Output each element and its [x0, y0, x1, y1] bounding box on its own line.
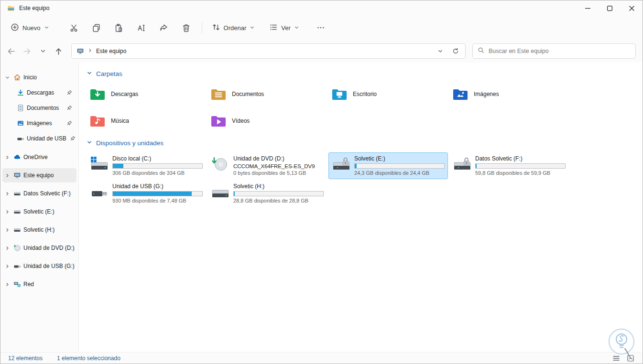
drive-tile-c[interactable]: Disco local (C:) 306 GB disponibles de 3…: [87, 152, 206, 179]
drive-name: Solvetic (E:): [354, 155, 445, 162]
hard-drive-icon: [13, 190, 21, 197]
sidebar-item-documentos[interactable]: Documentos: [2, 101, 76, 115]
window-title: Este equipo: [19, 5, 49, 11]
network-icon: [13, 280, 21, 288]
address-dropdown-chevron[interactable]: [434, 44, 447, 58]
chevron-down-icon[interactable]: [87, 139, 92, 147]
sidebar-item-red[interactable]: Red: [2, 277, 76, 291]
drive-usage-bar: [475, 163, 566, 169]
chevron-down-icon[interactable]: [87, 70, 92, 77]
folder-tile-descargas[interactable]: Descargas: [87, 83, 201, 105]
copy-button[interactable]: [87, 19, 106, 36]
folder-tile-musica[interactable]: Música: [87, 110, 201, 132]
pin-icon: [65, 105, 73, 112]
search-box[interactable]: [472, 43, 636, 59]
titlebar: Este equipo: [0, 0, 643, 16]
drive-tile-d[interactable]: Unidad de DVD (D:) CCCOMA_X64FRE_ES-ES_D…: [207, 152, 327, 179]
chevron-right-icon[interactable]: [3, 282, 11, 287]
dvd-drive-icon: [211, 156, 230, 172]
delete-button[interactable]: [177, 19, 196, 36]
large-icons-view-icon[interactable]: [626, 354, 635, 363]
sidebar-item-label: Descargas: [27, 89, 54, 96]
sidebar-item-solvetic-h[interactable]: Solvetic (H:): [2, 223, 76, 237]
sidebar-item-label: OneDrive: [23, 154, 48, 161]
folder-tile-escritorio[interactable]: Escritorio: [328, 83, 443, 105]
more-options-button[interactable]: [313, 20, 329, 36]
folder-name: Documentos: [232, 91, 264, 97]
sidebar-item-imagenes[interactable]: Imágenes: [2, 116, 76, 130]
sidebar-item-solvetic-e[interactable]: Solvetic (E:): [2, 204, 76, 219]
breadcrumb-item[interactable]: Este equipo: [96, 48, 126, 54]
cut-button[interactable]: [65, 19, 83, 36]
drive-tile-h[interactable]: Solvetic (H:) 28,8 GB disponibles de 28,…: [207, 180, 327, 207]
drive-usage-fill: [355, 164, 357, 168]
onedrive-cloud-icon: [13, 153, 21, 161]
sidebar-item-label: Datos Solvetic (F:): [23, 190, 71, 197]
chevron-right-icon[interactable]: [3, 155, 11, 160]
sidebar-item-onedrive[interactable]: OneDrive: [2, 150, 76, 164]
usb-drive-icon: [13, 262, 21, 270]
sidebar-item-inicio[interactable]: Inicio: [2, 70, 76, 85]
drive-free-space: 0 bytes disponibles de 5,13 GB: [233, 170, 324, 176]
drives-grid: Disco local (C:) 306 GB disponibles de 3…: [87, 152, 638, 207]
devices-section-header[interactable]: Dispositivos y unidades: [87, 139, 638, 147]
sidebar-item-descargas[interactable]: Descargas: [2, 86, 76, 100]
folder-name: Descargas: [111, 91, 138, 97]
up-button[interactable]: [51, 43, 66, 59]
sidebar-item-unidad-de-usb[interactable]: Unidad de USB: [2, 131, 76, 146]
drive-info: Datos Solvetic (F:) 59,8 GB disponibles …: [475, 155, 566, 176]
view-button[interactable]: Ver: [264, 20, 304, 36]
videos-folder-icon: [210, 114, 227, 128]
share-button[interactable]: [155, 19, 173, 36]
minimize-button[interactable]: [577, 0, 599, 16]
sidebar-item-este-equipo[interactable]: Este equipo: [2, 168, 76, 182]
folder-name: Imágenes: [474, 91, 499, 97]
new-button-label: Nuevo: [22, 24, 41, 32]
close-button[interactable]: [621, 0, 643, 16]
hard-drive-windows-icon: [90, 156, 109, 172]
rename-button[interactable]: [132, 19, 151, 36]
breadcrumb-separator-icon: [87, 48, 93, 54]
folder-tile-videos[interactable]: Vídeos: [207, 110, 322, 132]
drive-tile-e-selected[interactable]: Solvetic (E:) 24,3 GB disponibles de 24,…: [328, 152, 448, 179]
details-view-icon[interactable]: [612, 354, 621, 363]
chevron-right-icon[interactable]: [3, 209, 11, 214]
toolbar-divider: [202, 22, 202, 33]
drive-tile-f[interactable]: Datos Solvetic (F:) 59,8 GB disponibles …: [449, 152, 569, 179]
chevron-right-icon[interactable]: [3, 227, 11, 233]
sidebar-item-datos-solvetic-f[interactable]: Datos Solvetic (F:): [2, 186, 76, 201]
sidebar-item-label: Solvetic (H:): [23, 226, 54, 233]
downloads-icon: [17, 89, 24, 96]
view-button-label: Ver: [281, 24, 291, 32]
chevron-right-icon[interactable]: [3, 246, 11, 251]
maximize-button[interactable]: [599, 0, 621, 16]
chevron-down-icon[interactable]: [3, 75, 11, 80]
explorer-window: Este equipo Nuevo Ordenar Ver: [0, 0, 643, 364]
chevron-right-icon[interactable]: [3, 191, 11, 196]
sidebar-item-label: Red: [23, 281, 34, 288]
forward-button[interactable]: [19, 43, 35, 59]
sidebar-item-label: Solvetic (E:): [23, 208, 54, 215]
search-icon: [478, 47, 485, 55]
drive-tile-g[interactable]: Unidad de USB (G:) 930 MB disponibles de…: [87, 180, 206, 207]
search-input[interactable]: [489, 48, 631, 54]
recent-locations-chevron[interactable]: [35, 43, 51, 59]
drive-free-space: 306 GB disponibles de 334 GB: [112, 170, 203, 176]
usb-drive-icon: [90, 184, 109, 200]
sidebar-item-unidad-de-usb-g[interactable]: Unidad de USB (G:): [2, 259, 76, 273]
sort-button[interactable]: Ordenar: [207, 20, 260, 36]
new-button[interactable]: Nuevo: [5, 20, 54, 36]
chevron-right-icon[interactable]: [3, 264, 11, 269]
refresh-icon[interactable]: [449, 44, 462, 58]
drive-info: Disco local (C:) 306 GB disponibles de 3…: [112, 155, 203, 176]
folders-section-header[interactable]: Carpetas: [87, 70, 638, 77]
address-bar[interactable]: Este equipo: [71, 43, 466, 59]
chevron-right-icon[interactable]: [3, 173, 11, 178]
drive-usage-fill: [234, 192, 235, 196]
back-button[interactable]: [3, 43, 19, 59]
drive-info: Unidad de USB (G:) 930 MB disponibles de…: [112, 183, 203, 203]
folder-tile-documentos[interactable]: Documentos: [207, 83, 322, 105]
sidebar-item-unidad-de-dvd[interactable]: Unidad de DVD (D:): [2, 241, 76, 255]
folder-tile-imagenes[interactable]: Imágenes: [449, 83, 564, 105]
paste-button[interactable]: [110, 19, 128, 36]
